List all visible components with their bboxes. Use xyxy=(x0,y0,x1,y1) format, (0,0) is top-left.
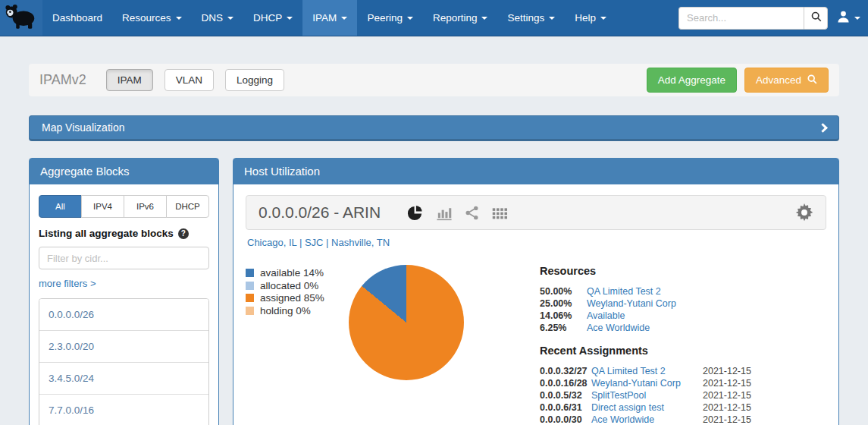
assignment-row: 0.0.0.6/31 Direct assign test 2021-12-15 xyxy=(540,401,775,414)
listing-label: Listing all aggregate blocks ? xyxy=(39,228,209,239)
resource-name-link[interactable]: Weyland-Yutani Corp xyxy=(587,298,775,310)
pie-chart-view-icon[interactable] xyxy=(406,204,424,222)
bar-chart-view-icon[interactable] xyxy=(435,204,453,222)
search-button[interactable] xyxy=(804,7,828,30)
tab-all[interactable]: All xyxy=(39,195,82,218)
share-icon[interactable] xyxy=(464,205,480,221)
assignment-date: 2021-12-15 xyxy=(703,377,775,389)
resource-name-link[interactable]: QA Limited Test 2 xyxy=(587,285,775,298)
aggregate-filter-tabs: All IPV4 IPv6 DHCP xyxy=(39,195,209,218)
nav-item-ipam[interactable]: IPAM xyxy=(302,0,357,36)
brand-logo[interactable] xyxy=(0,0,42,36)
nav-item-help[interactable]: Help xyxy=(565,0,616,36)
assignment-date: 2021-12-15 xyxy=(703,414,775,425)
assignment-cidr: 0.0.0.0/30 xyxy=(540,414,591,425)
caret-down-icon xyxy=(176,17,182,20)
tab-vlan[interactable]: VLAN xyxy=(165,69,214,91)
aggregate-blocks-body: All IPV4 IPv6 DHCP Listing all aggregate… xyxy=(30,184,218,425)
assignment-name-link[interactable]: Weyland-Yutani Corp xyxy=(591,377,703,389)
tab-dhcp[interactable]: DHCP xyxy=(166,195,209,218)
assignment-cidr: 0.0.0.6/31 xyxy=(540,401,591,414)
assignment-row: 0.0.0.0/30 Ace Worldwide 2021-12-15 xyxy=(540,414,775,425)
aggregate-block-item[interactable]: 3.4.5.0/24 xyxy=(39,362,208,394)
global-search xyxy=(678,7,828,30)
assignment-name-link[interactable]: SplitTestPool xyxy=(591,389,703,401)
nav-item-dns[interactable]: DNS xyxy=(192,0,244,36)
resources-block: Resources 50.00% QA Limited Test 2 25.00… xyxy=(540,265,775,334)
nav-label: Peering xyxy=(367,12,403,24)
assignment-name-link[interactable]: QA Limited Test 2 xyxy=(591,365,703,377)
page-container: IPAMv2 IPAM VLAN Logging Add Aggregate A… xyxy=(0,64,868,425)
legend-item: available 14% xyxy=(246,267,344,279)
tab-ipam[interactable]: IPAM xyxy=(106,69,153,91)
tab-ipv4[interactable]: IPV4 xyxy=(81,195,124,218)
caret-down-icon xyxy=(600,17,606,20)
resource-row: 14.06% Available xyxy=(540,310,775,322)
nav-item-resources[interactable]: Resources xyxy=(112,0,192,36)
nav-item-peering[interactable]: Peering xyxy=(357,0,423,36)
nav-item-dhcp[interactable]: DHCP xyxy=(243,0,302,36)
view-switch: IPAM VLAN Logging xyxy=(106,69,284,91)
advanced-label: Advanced xyxy=(756,74,801,86)
legend-swatch xyxy=(246,282,254,290)
legend-swatch xyxy=(246,269,254,277)
navbar-right xyxy=(678,0,868,36)
assignment-name-link[interactable]: Direct assign test xyxy=(591,401,703,414)
tab-logging[interactable]: Logging xyxy=(225,69,284,91)
help-icon[interactable]: ? xyxy=(178,228,189,239)
aggregate-block-item[interactable]: 0.0.0.0/26 xyxy=(39,299,208,330)
legend-label: allocated 0% xyxy=(260,280,318,291)
resource-name-link[interactable]: Available xyxy=(587,310,775,322)
more-filters-link[interactable]: more filters > xyxy=(39,278,96,289)
tab-ipv6[interactable]: IPv6 xyxy=(124,195,167,218)
caret-down-icon xyxy=(481,17,487,20)
content-columns: Aggregate Blocks All IPV4 IPv6 DHCP List… xyxy=(29,158,839,425)
location-links[interactable]: Chicago, IL | SJC | Nashville, TN xyxy=(247,237,826,248)
cidr-filter-input[interactable] xyxy=(39,247,209,269)
legend-item: assigned 85% xyxy=(246,292,344,304)
pie-chart[interactable] xyxy=(349,265,464,380)
legend-item: holding 0% xyxy=(246,305,344,317)
legend-swatch xyxy=(246,307,254,315)
caret-down-icon xyxy=(549,17,555,20)
assignment-cidr: 0.0.0.16/28 xyxy=(540,377,591,389)
nav-label: DHCP xyxy=(253,12,282,24)
nav-item-dashboard[interactable]: Dashboard xyxy=(42,0,112,36)
legend-label: available 14% xyxy=(260,267,324,279)
aggregate-block-list: 0.0.0.0/26 2.3.0.0/20 3.4.5.0/24 7.7.0.0… xyxy=(39,298,209,425)
page-header: IPAMv2 IPAM VLAN Logging Add Aggregate A… xyxy=(29,64,839,96)
grid-view-icon[interactable] xyxy=(491,205,507,221)
nav-label: Settings xyxy=(507,12,544,24)
legend-swatch xyxy=(246,294,254,302)
assignment-row: 0.0.0.5/32 SplitTestPool 2021-12-15 xyxy=(540,389,775,401)
resource-pct: 14.06% xyxy=(540,310,587,322)
pie-legend: available 14% allocated 0% assigned 85% xyxy=(246,265,344,317)
user-icon xyxy=(837,10,850,26)
assignment-name-link[interactable]: Ace Worldwide xyxy=(591,414,703,425)
search-input[interactable] xyxy=(678,7,804,30)
aggregate-blocks-panel: Aggregate Blocks All IPV4 IPv6 DHCP List… xyxy=(29,158,219,425)
caret-down-icon xyxy=(407,17,413,20)
assignment-row: 0.0.0.16/28 Weyland-Yutani Corp 2021-12-… xyxy=(540,377,775,389)
nav-item-reporting[interactable]: Reporting xyxy=(423,0,498,36)
advanced-search-button[interactable]: Advanced xyxy=(744,68,829,93)
user-menu[interactable] xyxy=(837,10,860,26)
nav-label: Reporting xyxy=(433,12,478,24)
nav-item-settings[interactable]: Settings xyxy=(497,0,565,36)
aggregate-block-item[interactable]: 7.7.0.0/16 xyxy=(39,394,208,425)
utilization-chart-area: available 14% allocated 0% assigned 85% xyxy=(246,265,826,425)
map-visualization-toggle[interactable]: Map Visualization xyxy=(29,115,839,141)
aggregate-block-item[interactable]: 2.3.0.0/20 xyxy=(39,330,208,362)
assignment-date: 2021-12-15 xyxy=(703,401,775,414)
add-aggregate-button[interactable]: Add Aggregate xyxy=(647,68,737,93)
gear-icon[interactable] xyxy=(795,203,813,222)
host-utilization-header: Host Utilization xyxy=(233,159,838,184)
main-menu: Dashboard Resources DNS DHCP IPAM Peerin… xyxy=(42,0,616,36)
assignment-date: 2021-12-15 xyxy=(703,389,775,401)
assignment-row: 0.0.0.32/27 QA Limited Test 2 2021-12-15 xyxy=(540,365,775,377)
caret-down-icon xyxy=(227,17,233,20)
header-actions: Add Aggregate Advanced xyxy=(647,68,829,93)
resource-name-link[interactable]: Ace Worldwide xyxy=(587,322,775,334)
recent-assignments-block: Recent Assignments 0.0.0.32/27 QA Limite… xyxy=(540,345,775,425)
resources-heading: Resources xyxy=(540,265,775,277)
